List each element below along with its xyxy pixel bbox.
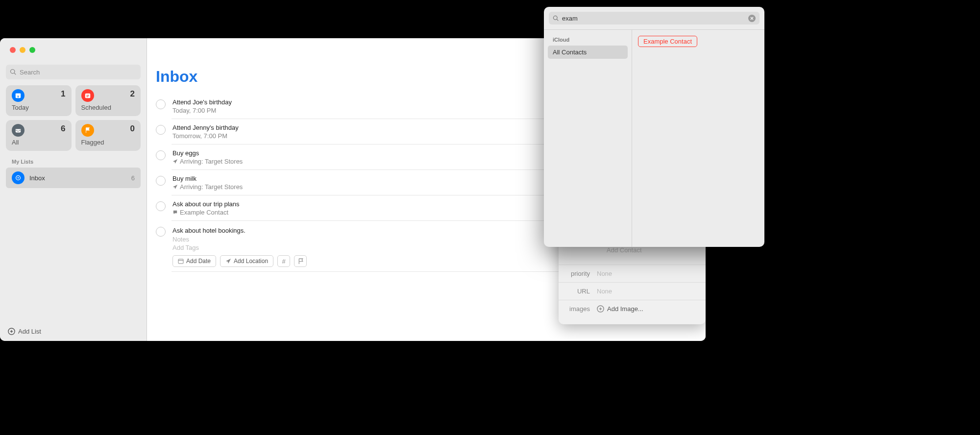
smart-today-count: 1 [61,89,65,99]
complete-radio[interactable] [156,227,166,237]
svg-rect-14 [178,259,183,264]
flag-outline-icon [297,258,304,265]
sidebar-search-input[interactable] [20,69,137,76]
sidebar-search[interactable] [6,65,141,79]
search-icon [553,15,559,22]
reminder-location-text: Arriving: Target Stores [180,158,243,165]
add-image-button[interactable]: Add Image... [597,305,643,313]
clear-search-button[interactable] [748,15,756,22]
reminder-title[interactable]: Ask about hotel bookings. [172,227,245,234]
smart-scheduled-label: Scheduled [81,104,135,111]
reminder-person-text: Example Contact [180,209,228,216]
smart-flagged-count: 0 [130,124,135,134]
location-arrow-icon [172,184,178,190]
list-inbox-icon [12,171,24,184]
url-label: URL [565,288,590,295]
smart-flagged[interactable]: 0 Flagged [75,120,141,151]
add-tag-button[interactable]: # [277,255,290,267]
smart-lists: 9 1 Today 2 Scheduled [0,85,147,151]
tray-all-icon [12,124,24,137]
priority-label: priority [565,270,590,277]
list-inbox-name: Inbox [29,174,131,182]
add-flag-button[interactable] [294,255,307,267]
sidebar: 9 1 Today 2 Scheduled [0,38,147,341]
location-arrow-icon [225,258,231,264]
images-row: images Add Image... [559,300,706,317]
svg-point-8 [18,177,19,179]
priority-value: None [597,270,612,277]
add-location-label: Add Location [234,258,268,265]
contact-result-item[interactable]: Example Contact [638,36,697,47]
hash-icon: # [282,258,285,265]
complete-radio[interactable] [156,150,166,160]
calendar-today-icon: 9 [12,89,24,102]
contacts-search-input[interactable] [562,15,745,22]
list-title: Inbox [156,68,197,86]
location-arrow-icon [172,159,178,164]
contacts-picker-popup: iCloud All Contacts Example Contact [544,7,764,247]
complete-radio[interactable] [156,176,166,186]
minimize-window-button[interactable] [20,47,25,53]
sidebar-list-inbox[interactable]: Inbox 6 [6,168,141,188]
plus-circle-icon [597,305,604,313]
priority-row[interactable]: priority None [559,265,706,283]
images-label: images [565,305,590,313]
add-contact-placeholder[interactable]: Add Contact [597,246,706,259]
x-icon [750,17,754,20]
smart-all-label: All [12,139,66,146]
window-controls [0,38,147,53]
list-inbox-count: 6 [131,174,135,182]
contacts-body: iCloud All Contacts Example Contact [544,29,764,247]
smart-all-count: 6 [61,124,65,134]
plus-circle-icon [8,328,15,335]
contacts-all-contacts[interactable]: All Contacts [548,46,628,59]
close-window-button[interactable] [10,47,16,53]
add-list-button[interactable]: Add List [0,322,147,341]
complete-radio[interactable] [156,201,166,211]
contacts-search[interactable] [549,12,760,24]
contacts-section-icloud: iCloud [548,35,628,45]
smart-today-label: Today [12,104,66,111]
complete-radio[interactable] [156,99,166,109]
contacts-groups: iCloud All Contacts [544,30,632,247]
smart-flagged-label: Flagged [81,139,135,146]
smart-all[interactable]: 6 All [6,120,72,151]
speech-bubble-icon [172,210,178,215]
flag-icon [81,124,94,137]
calendar-icon [178,258,184,264]
add-date-button[interactable]: Add Date [172,255,216,267]
url-value[interactable]: None [597,288,612,295]
complete-radio[interactable] [156,125,166,135]
url-row[interactable]: URL None [559,283,706,300]
contacts-results: Example Contact [632,30,764,247]
add-image-label: Add Image... [607,305,643,313]
reminder-location-text: Arriving: Target Stores [180,183,243,191]
smart-scheduled[interactable]: 2 Scheduled [75,85,141,116]
maximize-window-button[interactable] [29,47,35,53]
svg-text:9: 9 [17,95,19,98]
search-icon [10,69,17,75]
calendar-scheduled-icon [81,89,94,102]
smart-scheduled-count: 2 [130,89,135,99]
add-list-label: Add List [18,328,41,335]
smart-today[interactable]: 9 1 Today [6,85,72,116]
add-location-button[interactable]: Add Location [220,255,273,267]
add-date-label: Add Date [186,258,211,265]
my-lists-header: My Lists [0,151,147,168]
